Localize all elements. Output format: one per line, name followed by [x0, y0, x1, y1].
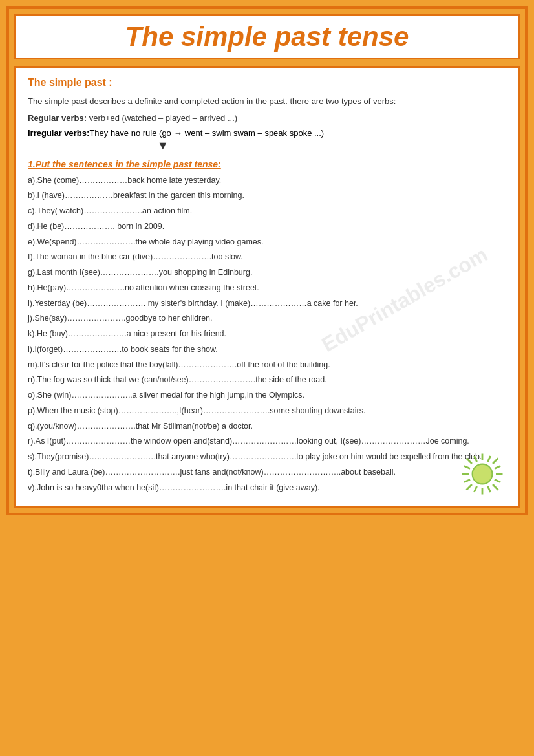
svg-line-9 — [495, 480, 500, 482]
exercise-item-k: k).He (buy)………………….a nice present for hi… — [28, 328, 506, 340]
content-area: The simple past : The simple past descri… — [14, 66, 520, 508]
exercise-item-m: m).It's clear for the police that the bo… — [28, 359, 506, 371]
exercise-item-s: s).They(promise)…………………….that anyone who… — [28, 451, 506, 463]
down-arrow: ▼ — [157, 139, 506, 153]
svg-line-8 — [464, 466, 470, 469]
svg-point-16 — [473, 464, 493, 484]
sun-icon — [460, 451, 505, 497]
exercise-list: a).She (come)………………back home late yester… — [28, 175, 506, 494]
regular-text: verb+ed (watched – played – arrived ...) — [89, 113, 237, 123]
exercise-item-c: c).They( watch)………………….an action film. — [28, 205, 506, 217]
svg-line-10 — [474, 456, 476, 462]
exercise-title: 1.Put the sentences in the simple past t… — [28, 159, 506, 169]
exercise-item-l: l).I(forget)………………….to book seats for th… — [28, 343, 506, 356]
exercise-item-t: t).Billy and Laura (be)……………………….just fa… — [28, 466, 506, 479]
page-title: The simple past tense — [125, 21, 409, 52]
svg-line-11 — [487, 486, 490, 492]
svg-line-14 — [495, 466, 500, 469]
irregular-text: They have no rule (go — [89, 128, 171, 138]
exercise-item-q: q).(you/know)………………….that Mr Stillman(no… — [28, 420, 506, 433]
exercise-item-b: b).I (have)………………breakfast in the garden… — [28, 189, 506, 202]
exercise-item-g: g).Last month I(see)………………….you shopping… — [28, 266, 506, 279]
svg-line-5 — [493, 484, 498, 490]
exercise-item-r: r).As I(put)……………………the window open and(… — [28, 435, 506, 448]
exercise-item-a: a).She (come)………………back home late yester… — [28, 175, 506, 187]
exercise-item-j: j).She(say)………………….goodbye to her childr… — [28, 312, 506, 325]
exercise-item-i: i).Yesterday (be)…………………. my sister's bi… — [28, 297, 506, 310]
irregular-label: Irregular verbs: — [28, 128, 89, 138]
intro-text: The simple past describes a definite and… — [28, 95, 506, 108]
exercise-item-d: d).He (be)………………. born in 2009. — [28, 221, 506, 233]
svg-line-6 — [493, 459, 498, 464]
svg-line-13 — [474, 486, 476, 492]
exercise-item-e: e).We(spend)………………….the whole day playin… — [28, 236, 506, 248]
exercise-item-v: v).John is so heavy0tha when he(sit)…………… — [28, 482, 506, 494]
exercise-item-p: p).When the music (stop)………………….,I(hear)… — [28, 405, 506, 417]
svg-line-4 — [467, 459, 472, 464]
title-box: The simple past tense — [14, 14, 520, 59]
exercise-item-h: h).He(pay)………………….no attention when cros… — [28, 282, 506, 294]
exercise-item-o: o).She (win)…………………..a silver medal for … — [28, 389, 506, 402]
regular-verbs-line: Regular verbs: verb+ed (watched – played… — [28, 113, 506, 123]
outer-container: The simple past tense The simple past : … — [6, 6, 528, 515]
svg-line-7 — [467, 484, 472, 490]
exercise-item-f: f).The woman in the blue car (dive)……………… — [28, 251, 506, 263]
regular-label: Regular verbs: — [28, 113, 87, 123]
svg-line-12 — [487, 456, 490, 462]
svg-line-15 — [464, 480, 470, 482]
exercise-item-n: n).The fog was so thick that we (can/not… — [28, 374, 506, 386]
section-title: The simple past : — [28, 77, 506, 89]
arrow1: → — [174, 128, 182, 138]
irregular-examples: went – swim swam – speak spoke ...) — [185, 128, 324, 138]
irregular-verbs-line: Irregular verbs: They have no rule (go →… — [28, 128, 506, 138]
